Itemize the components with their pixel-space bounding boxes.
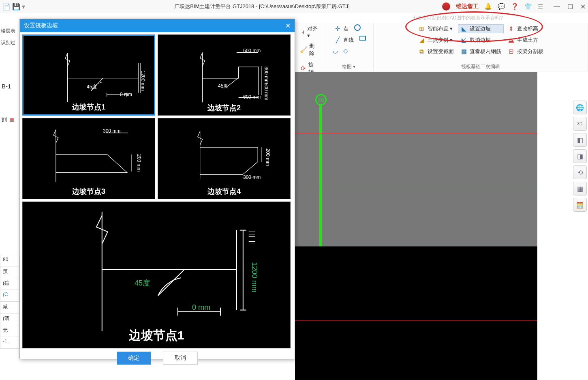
view-rebar-button[interactable]: ▦查看板内钢筋 <box>458 47 504 56</box>
del-small-icon[interactable]: ⊠ <box>10 117 14 123</box>
thumb-label: 边坡节点3 <box>23 187 155 196</box>
dim-b: 600 mm <box>243 94 261 100</box>
dim-angle: 45度 <box>87 84 97 90</box>
dialog-titlebar[interactable]: 设置筏板边坡 ✕ <box>20 19 295 32</box>
cell[interactable]: 80 <box>0 255 19 266</box>
left-grid-fragment: 80 预 (碹 (C 减 (清 无 -1 <box>0 255 19 349</box>
gen-soil-button[interactable]: ⛰生成土方 <box>505 36 546 45</box>
gridline-darkred <box>295 320 537 321</box>
delete-icon: 🧹 <box>300 46 307 54</box>
slope-preview: 45度 1200 mm 0 mm 边坡节点1 <box>22 202 291 348</box>
slope-template-1[interactable]: 45度 1200 mm 0 mm 边坡节点1 <box>22 34 155 116</box>
orbit-tool[interactable]: 🌐 <box>573 101 587 114</box>
preview-w: 0 mm <box>192 303 210 312</box>
align-icon: ⫞ <box>300 28 305 36</box>
gridline-red <box>295 188 537 188</box>
rect-icon[interactable] <box>359 36 366 41</box>
thumb-label: 边坡节点2 <box>158 103 290 113</box>
arc-icon[interactable]: ◡ <box>331 47 339 54</box>
cancel-slope-button[interactable]: ◣̸取消边坡 <box>458 36 504 45</box>
grid-tool[interactable]: ▦ <box>573 182 587 195</box>
cell[interactable]: -1 <box>0 337 19 349</box>
cube1-tool[interactable]: ◧ <box>573 133 587 147</box>
doc-icon: 📄 <box>2 3 11 11</box>
rebar-icon: ▦ <box>460 48 468 55</box>
canvas-topband <box>295 72 537 94</box>
point-button[interactable]: ✛点 <box>331 24 351 33</box>
slope-template-4[interactable]: 300 mm 200 mm 边坡节点4 <box>158 118 291 199</box>
dialog-close-button[interactable]: ✕ <box>285 22 291 30</box>
three-point-button[interactable]: ◢三点变斜 ▾ <box>416 36 456 45</box>
cancel-button[interactable]: 取消 <box>163 352 198 365</box>
dim-top: 300 mm <box>103 128 120 134</box>
cancel-slope-icon: ◣̸ <box>460 36 468 44</box>
rotate-icon: ⟳ <box>300 65 306 72</box>
slope-template-2[interactable]: 500 mm 300 mm 500 mm 600 mm 45度 边坡节点2 <box>158 34 291 116</box>
mod-elev-button[interactable]: ⇕查改标高 <box>505 24 546 33</box>
align-button[interactable]: ⫞对齐 ▾ <box>297 24 321 39</box>
poly-icon[interactable]: ◇ <box>342 47 349 54</box>
left-panel-fragment: 楼层表 识别过 <box>0 25 19 49</box>
thumb-label: 边坡节点1 <box>24 102 154 112</box>
dim-r: 200 mm <box>136 154 142 172</box>
dim-top: 500 mm <box>243 48 261 54</box>
dropdown-icon[interactable]: ▾ <box>22 3 25 11</box>
dim-rb: 500 mm <box>263 83 269 100</box>
ok-button[interactable]: 确定 <box>117 352 151 365</box>
cell[interactable]: (碹 <box>0 278 19 290</box>
set-section-button[interactable]: ⧉设置变截面 <box>416 47 456 56</box>
copy-label[interactable]: 剴 <box>2 116 7 123</box>
menu-icon[interactable]: ☰ <box>538 3 543 10</box>
set-slope-button[interactable]: ◣设置边坡 <box>458 24 504 33</box>
app-title: 广联达BIM土建计量平台 GTJ2018 - [C:\Users\asus\De… <box>174 3 350 10</box>
delete-button[interactable]: 🧹删除 <box>297 42 321 58</box>
cube2-tool[interactable]: ◨ <box>573 149 587 163</box>
shirt-icon[interactable]: 👕 <box>524 3 532 10</box>
cell[interactable]: (C <box>0 290 19 302</box>
dim-b: 300 mm <box>243 174 261 180</box>
section-icon: ⧉ <box>418 48 425 55</box>
smart-layout-button[interactable]: ⊞智能布置 ▾ <box>416 24 456 33</box>
circle-icon[interactable] <box>354 24 361 31</box>
group-label-draw: 绘图 ▾ <box>342 63 355 70</box>
slope-dialog: 设置筏板边坡 ✕ <box>19 19 295 359</box>
calc-tool[interactable]: 🧮 <box>573 198 587 212</box>
chat-icon[interactable]: 💬 <box>498 3 505 10</box>
cell[interactable]: 无 <box>0 325 19 337</box>
refresh-tool[interactable]: ⟲ <box>573 165 587 179</box>
elev-icon: ⇕ <box>508 25 515 32</box>
gridline-red <box>295 133 537 133</box>
cell[interactable]: (清 <box>0 313 19 325</box>
group-label-raft: 筏板基础二次编辑 <box>461 63 500 70</box>
left-label-1: 楼层表 <box>0 25 19 37</box>
brand-logo-icon <box>442 2 450 11</box>
soil-icon: ⛰ <box>508 36 515 44</box>
preview-angle: 45度 <box>135 278 150 288</box>
dim-w: 0 mm <box>120 92 132 97</box>
view3d-tool[interactable]: 3D <box>573 117 587 131</box>
dim-r: 200 mm <box>265 148 271 166</box>
line-button[interactable]: ╱直线 <box>331 36 356 45</box>
split-icon: ⊟ <box>508 48 515 55</box>
bell-icon[interactable]: 🔔 <box>484 3 492 10</box>
dim-angle: 45度 <box>218 83 228 90</box>
close-button[interactable]: ✕ <box>580 3 586 11</box>
point-icon: ✛ <box>334 25 341 32</box>
search-hint: 土建模可以识别CAD图中的独基和承台吗? <box>412 15 503 21</box>
split-beam-button[interactable]: ⊟按梁分割板 <box>505 47 546 56</box>
slope-template-3[interactable]: 300 mm 200 mm 边坡节点3 <box>22 118 155 199</box>
cell[interactable]: 预 <box>0 266 19 278</box>
maximize-button[interactable]: ☐ <box>567 3 573 11</box>
dim-h: 1200 mm <box>140 71 146 91</box>
dialog-title: 设置筏板边坡 <box>24 22 58 29</box>
cell[interactable]: 减 <box>0 302 19 313</box>
ribbon: ⫞对齐 ▾ 🧹删除 ⟳旋转 ✛点 ╱直线 ◡ ◇ 绘图 ▾ ⊞智能布置 ▾ <box>294 23 588 71</box>
axis-bubble: 20 <box>315 94 327 105</box>
save-icon[interactable]: 💾 <box>12 3 20 11</box>
threept-icon: ◢ <box>418 36 425 44</box>
axis-vertical <box>319 94 322 246</box>
minimize-button[interactable]: — <box>554 3 560 10</box>
view-tools: 🌐 3D ◧ ◨ ⟲ ▦ 🧮 <box>572 101 588 212</box>
canvas-gray[interactable] <box>295 94 537 246</box>
help-icon[interactable]: ❓ <box>511 3 519 10</box>
